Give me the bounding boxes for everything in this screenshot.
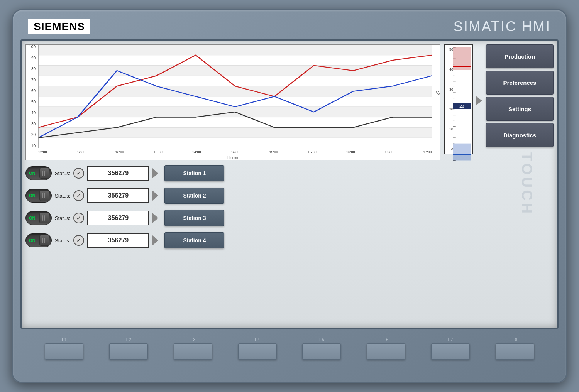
station4-arrow (152, 235, 161, 246)
station3-button[interactable]: Station 3 (164, 210, 224, 226)
fkey-f4-box[interactable] (238, 343, 277, 360)
chart-container: 10 20 30 40 50 60 70 80 90 100 (25, 44, 440, 160)
fkey-f8-label: F8 (512, 337, 517, 342)
fkey-f7-box[interactable] (431, 343, 470, 360)
simatic-title: SIMATIC HMI (454, 19, 551, 35)
device-frame: SIEMENS SIMATIC HMI TOUCH 10 20 (12, 9, 567, 383)
fkey-f1-box[interactable] (45, 343, 83, 360)
station1-arrow (152, 168, 161, 179)
fkey-f3-box[interactable] (174, 343, 212, 360)
fkey-f5-label: F5 (319, 337, 324, 342)
station2-status-label: Status: (55, 193, 70, 199)
station3-arrow (152, 213, 161, 223)
screen-area: TOUCH 10 20 30 40 50 6 (20, 39, 559, 329)
settings-button[interactable]: Settings (486, 97, 554, 121)
station3-status-check: ✓ (73, 213, 84, 223)
fkey-f1[interactable]: F1 (45, 337, 83, 360)
fkey-f8-box[interactable] (496, 343, 534, 360)
station3-toggle[interactable]: ON (25, 211, 52, 225)
station3-on-label: ON (29, 216, 36, 220)
station-row: ON Status: ✓ 356279 Sta (25, 208, 440, 228)
station-row: ON Status: ✓ 356279 Sta (25, 186, 440, 206)
gauge-scale: 0 10 20 30 40 50 (445, 45, 453, 154)
fkey-f3-label: F3 (190, 337, 195, 342)
station3-value[interactable]: 356279 (87, 211, 149, 225)
fkey-f6[interactable]: F6 (367, 337, 405, 360)
station2-on-label: ON (29, 193, 36, 198)
fkey-f5[interactable]: F5 (302, 337, 341, 360)
station3-status-label: Status: (55, 215, 70, 221)
station2-arrow (152, 190, 161, 201)
chart-x-unit: hh:mm (227, 156, 238, 160)
fkey-f7-label: F7 (448, 337, 453, 342)
svg-rect-2 (38, 66, 432, 76)
station-row: ON Status: ✓ 356279 Sta (25, 230, 440, 250)
station4-on-label: ON (29, 238, 36, 243)
station2-handle (39, 190, 49, 201)
station1-button[interactable]: Station 1 (164, 165, 224, 181)
fkey-f5-box[interactable] (302, 343, 341, 360)
fkey-f1-label: F1 (62, 337, 67, 342)
station4-button[interactable]: Station 4 (164, 232, 224, 248)
svg-text:23: 23 (459, 104, 464, 108)
station1-on-label: ON (29, 171, 36, 176)
station4-status-label: Status: (55, 238, 70, 243)
fkey-f4[interactable]: F4 (238, 337, 277, 360)
fkey-f8[interactable]: F8 (496, 337, 534, 360)
svg-rect-3 (38, 86, 432, 96)
station2-button[interactable]: Station 2 (164, 188, 224, 204)
svg-rect-39 (453, 144, 471, 161)
gauge-container: 0 10 20 30 40 50 (444, 44, 473, 154)
fkey-f6-box[interactable] (367, 343, 405, 360)
station2-value[interactable]: 356279 (87, 188, 149, 203)
svg-rect-1 (38, 45, 432, 55)
fkey-f4-label: F4 (255, 337, 260, 342)
fkey-f2-label: F2 (126, 337, 131, 342)
chart-y-labels: 10 20 30 40 50 60 70 80 90 100 (26, 45, 37, 148)
function-keys-row: F1 F2 F3 F4 F5 F6 F7 F8 (20, 331, 559, 366)
chart-y-unit: % (436, 91, 440, 95)
gauge-ticks: 23 (453, 47, 471, 161)
station-row: ON Status: ✓ 356279 Sta (25, 163, 440, 183)
siemens-logo: SIEMENS (28, 19, 90, 34)
diagnostics-button[interactable]: Diagnostics (486, 123, 554, 147)
station4-status-check: ✓ (73, 235, 84, 246)
station3-handle (39, 213, 49, 223)
chart-svg (38, 45, 432, 148)
station1-status-check: ✓ (73, 168, 84, 179)
right-nav-panel: Production Preferences Settings Diagnost… (486, 44, 554, 324)
gauge-arrow (476, 95, 482, 105)
fkey-f6-label: F6 (384, 337, 389, 342)
station4-value[interactable]: 356279 (87, 233, 149, 248)
station1-status-label: Status: (55, 171, 70, 176)
station1-value[interactable]: 356279 (87, 166, 149, 181)
production-button[interactable]: Production (486, 44, 554, 68)
svg-rect-5 (38, 127, 432, 138)
fkey-f2-box[interactable] (109, 343, 148, 360)
left-panel: 10 20 30 40 50 60 70 80 90 100 (25, 44, 440, 324)
preferences-button[interactable]: Preferences (486, 71, 554, 95)
stations-area: ON Status: ✓ 356279 Sta (25, 163, 440, 250)
fkey-f2[interactable]: F2 (109, 337, 148, 360)
station1-toggle[interactable]: ON (25, 166, 52, 180)
station4-toggle[interactable]: ON (25, 233, 52, 247)
fkey-f7[interactable]: F7 (431, 337, 470, 360)
station1-handle (39, 168, 49, 179)
station4-handle (39, 235, 49, 246)
station2-status-check: ✓ (73, 190, 84, 201)
gauge-section: 0 10 20 30 40 50 (444, 44, 482, 324)
top-header: SIEMENS SIMATIC HMI (20, 17, 559, 36)
station2-toggle[interactable]: ON (25, 189, 52, 203)
fkey-f3[interactable]: F3 (174, 337, 212, 360)
